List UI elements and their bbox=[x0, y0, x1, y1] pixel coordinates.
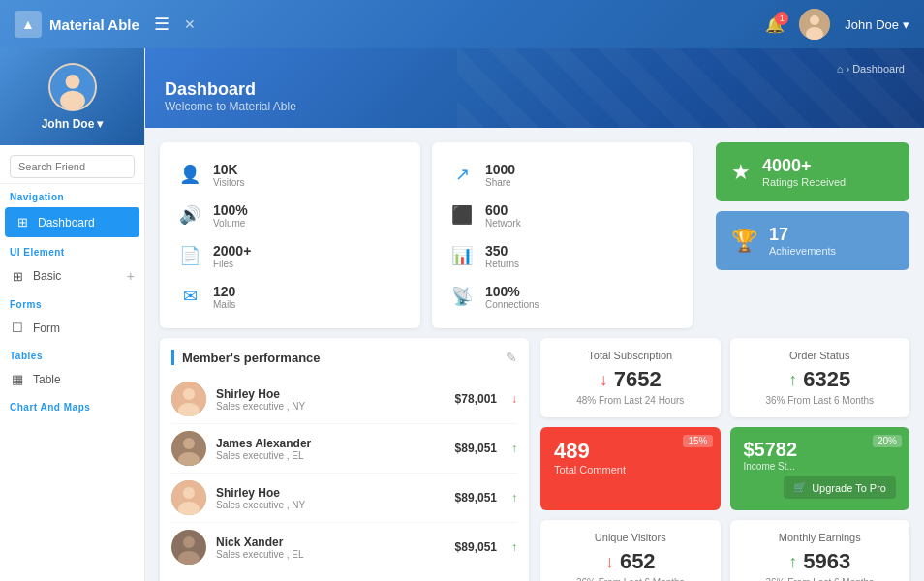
breadcrumb-separator: › bbox=[846, 63, 849, 75]
perf-avatar-3 bbox=[171, 480, 206, 515]
svg-point-13 bbox=[183, 487, 195, 499]
earnings-sub: 36% From Last 6 Months bbox=[746, 577, 895, 581]
sidebar-profile: John Doe ▾ bbox=[0, 48, 144, 145]
sidebar-item-form[interactable]: ☐ Form bbox=[0, 313, 144, 343]
visitors-value: 10K bbox=[213, 162, 245, 177]
upgrade-button[interactable]: 🛒 Upgrade To Pro bbox=[784, 476, 896, 499]
close-icon[interactable]: ✕ bbox=[184, 16, 196, 32]
files-icon: 📄 bbox=[174, 240, 205, 271]
edit-icon[interactable]: ✎ bbox=[506, 350, 517, 365]
perf-avatar-1 bbox=[171, 382, 206, 416]
files-value: 2000+ bbox=[213, 243, 251, 259]
connections-label: Connections bbox=[485, 299, 539, 310]
perf-amount-4: $89,051 bbox=[455, 540, 497, 554]
returns-icon: 📊 bbox=[447, 240, 477, 271]
returns-value: 350 bbox=[485, 243, 519, 259]
navbar-left: ▲ Material Able ☰ ✕ bbox=[15, 11, 196, 38]
stat-returns: 📊 350 Returns bbox=[447, 235, 563, 276]
perf-role-3: Sales executive , NY bbox=[216, 500, 446, 510]
sidebar-search bbox=[0, 145, 144, 184]
nav-section-label: Navigation bbox=[0, 184, 144, 205]
notif-badge: 1 bbox=[775, 12, 788, 25]
stat-visitors: 👤 10K Visitors bbox=[174, 154, 291, 195]
visitors-arrow-icon: ↓ bbox=[605, 552, 614, 572]
user-name-nav[interactable]: John Doe ▾ bbox=[845, 17, 909, 32]
visitors-icon: 👤 bbox=[174, 159, 205, 190]
perf-role-2: Sales executive , EL bbox=[216, 450, 446, 461]
basic-label: Basic bbox=[33, 269, 61, 283]
income-badge: 20% bbox=[873, 435, 902, 447]
ratings-value: 4000+ bbox=[762, 156, 846, 176]
achievements-card[interactable]: 🏆 17 Achievements bbox=[716, 211, 909, 270]
achievements-value: 17 bbox=[769, 225, 836, 245]
perf-avatar-4 bbox=[171, 530, 206, 565]
menu-icon[interactable]: ☰ bbox=[154, 14, 169, 35]
visitors-box: Unique Visitors ↓ 652 36% From Last 6 Mo… bbox=[540, 520, 721, 581]
perf-avatar-2 bbox=[171, 431, 206, 466]
cart-icon: 🛒 bbox=[793, 481, 807, 494]
svg-point-5 bbox=[60, 91, 85, 110]
subscription-value: ↓ 7652 bbox=[556, 367, 705, 392]
achievements-icon: 🏆 bbox=[731, 229, 757, 254]
notification-icon[interactable]: 🔔 1 bbox=[765, 15, 785, 34]
trend-icon-3: ↑ bbox=[511, 491, 517, 505]
ui-section-label: UI Element bbox=[0, 239, 144, 260]
dashboard-icon: ⊞ bbox=[15, 215, 30, 229]
dashboard-label: Dashboard bbox=[38, 216, 95, 229]
volume-icon: 🔊 bbox=[174, 199, 205, 230]
order-sub: 36% From Last 6 Months bbox=[746, 395, 895, 406]
perf-title: Member's performance bbox=[182, 351, 321, 365]
basic-icon: ⊞ bbox=[10, 269, 25, 284]
network-label: Network bbox=[485, 218, 521, 229]
logo-icon: ▲ bbox=[15, 11, 42, 38]
breadcrumb: ⌂ › Dashboard bbox=[165, 63, 905, 75]
navbar: ▲ Material Able ☰ ✕ 🔔 1 John Doe ▾ bbox=[0, 0, 924, 48]
stat-network: ⬛ 600 Network bbox=[447, 195, 563, 235]
sidebar-item-table[interactable]: ▦ Table bbox=[0, 364, 144, 394]
sidebar-username[interactable]: John Doe ▾ bbox=[10, 117, 135, 131]
stat-files: 📄 2000+ Files bbox=[174, 235, 291, 276]
earnings-arrow-icon: ↑ bbox=[788, 552, 797, 572]
network-icon: ⬛ bbox=[447, 199, 477, 230]
subscription-order-row: Total Subscription ↓ 7652 48% From Last … bbox=[540, 338, 909, 417]
search-input[interactable] bbox=[10, 155, 135, 178]
order-arrow-icon: ↑ bbox=[788, 370, 797, 390]
forms-section-label: Forms bbox=[0, 291, 144, 313]
sidebar-item-dashboard[interactable]: ⊞ Dashboard bbox=[5, 207, 139, 237]
sidebar: John Doe ▾ Navigation ⊞ Dashboard UI Ele… bbox=[0, 48, 145, 581]
sidebar-item-basic[interactable]: ⊞ Basic + bbox=[0, 260, 144, 291]
perf-row-3: Shirley Hoe Sales executive , NY $89,051… bbox=[171, 474, 517, 523]
trend-icon-2: ↑ bbox=[511, 442, 517, 455]
stats-featured: ★ 4000+ Ratings Received 🏆 17 Achievemen… bbox=[716, 142, 909, 328]
stat-volume: 🔊 100% Volume bbox=[174, 195, 291, 235]
order-label: Order Status bbox=[746, 350, 895, 361]
connections-value: 100% bbox=[485, 284, 539, 299]
table-label: Table bbox=[33, 373, 61, 386]
sidebar-avatar bbox=[48, 63, 97, 111]
home-icon: ⌂ bbox=[837, 63, 844, 75]
visitors-label-b: Unique Visitors bbox=[556, 532, 705, 543]
perf-row-4: Nick Xander Sales executive , EL $89,051… bbox=[171, 523, 517, 571]
stats-grid: 👤 10K Visitors 🔊 100% Volume 📄 bbox=[145, 128, 924, 338]
mails-label: Mails bbox=[213, 299, 235, 310]
visitors-earnings-row: Unique Visitors ↓ 652 36% From Last 6 Mo… bbox=[540, 520, 909, 581]
navbar-right: 🔔 1 John Doe ▾ bbox=[765, 9, 909, 40]
returns-label: Returns bbox=[485, 259, 519, 269]
mails-icon: ✉ bbox=[174, 281, 205, 312]
user-avatar bbox=[799, 9, 830, 40]
form-label: Form bbox=[33, 321, 60, 335]
breadcrumb-current: Dashboard bbox=[852, 63, 905, 75]
page-title: Dashboard bbox=[165, 79, 905, 100]
perf-header: Member's performance ✎ bbox=[171, 350, 517, 365]
perf-row-2: James Alexander Sales executive , EL $89… bbox=[171, 424, 517, 474]
content-area: ⌂ › Dashboard Dashboard Welcome to Mater… bbox=[145, 48, 924, 581]
sub-arrow-icon: ↓ bbox=[600, 370, 608, 390]
share-icon: ↗ bbox=[447, 159, 477, 190]
order-status-box: Order Status ↑ 6325 36% From Last 6 Mont… bbox=[730, 338, 910, 417]
svg-point-1 bbox=[810, 15, 819, 25]
ratings-card[interactable]: ★ 4000+ Ratings Received bbox=[716, 142, 909, 201]
volume-value: 100% bbox=[213, 202, 248, 218]
network-value: 600 bbox=[485, 202, 521, 218]
page-subtitle: Welcome to Material Able bbox=[165, 100, 905, 113]
comment-income-row: 15% 489 Total Comment 20% $5782 Income S… bbox=[540, 427, 909, 510]
